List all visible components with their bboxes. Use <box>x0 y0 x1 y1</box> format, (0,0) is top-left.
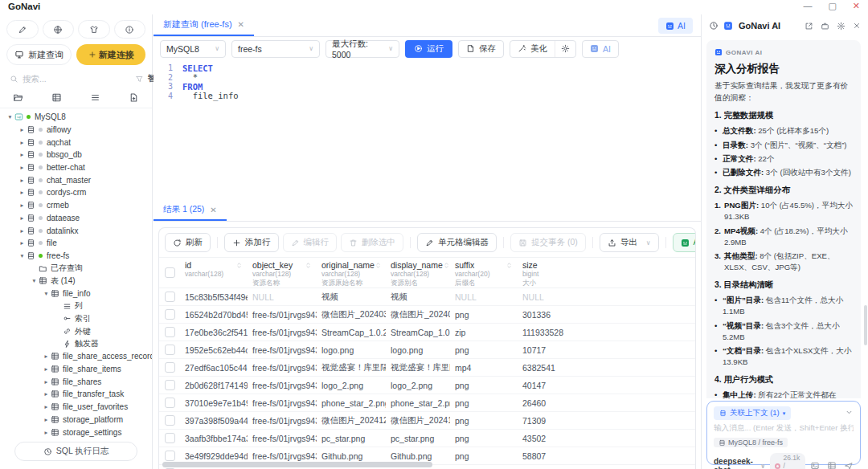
cell-original_name[interactable]: logo_2.png <box>317 381 386 390</box>
open-in-window-icon[interactable] <box>805 22 813 31</box>
row-checkbox[interactable] <box>165 398 175 408</box>
cell-size[interactable]: 6382541 <box>518 363 696 373</box>
expand-arrow-icon[interactable]: ▾ <box>6 113 14 120</box>
tree-item-file_shares[interactable]: ▸file_shares <box>0 375 152 388</box>
column-header-suffix[interactable]: suffixvarchar(20)后缀名 <box>450 258 518 288</box>
cell-original_name[interactable]: 视频 <box>317 292 386 303</box>
context-pill[interactable]: 关联上下文 (1) ▾ <box>714 406 791 420</box>
cell-display_name[interactable]: 视频 <box>386 292 450 303</box>
cell-id[interactable]: 15c83b5f534f49e4b... <box>180 292 248 302</box>
row-checkbox[interactable] <box>165 362 175 373</box>
column-header-original_name[interactable]: original_namevarchar(128)资源原始名称 <box>317 258 386 288</box>
row-checkbox[interactable] <box>165 309 175 320</box>
tree-item-aqchat[interactable]: ▸aqchat <box>0 136 152 149</box>
sort-icon[interactable] <box>375 262 382 269</box>
cell-suffix[interactable]: png <box>450 451 518 461</box>
tree-item-free-fs[interactable]: ▾free-fs <box>0 250 152 263</box>
database-select[interactable]: free-fs∨ <box>231 40 320 58</box>
toolbox-icon[interactable] <box>821 22 829 31</box>
column-header-id[interactable]: idvarchar(128) <box>180 258 248 288</box>
cell-original_name[interactable]: phone_star_2.png <box>317 398 386 408</box>
new-connection-button[interactable]: 新建连接 <box>76 44 145 65</box>
collapse-input-icon[interactable] <box>845 408 854 419</box>
cell-display_name[interactable]: 微信图片_20241217... <box>386 415 450 426</box>
expand-arrow-icon[interactable]: ▾ <box>18 252 27 259</box>
cell-suffix[interactable]: mp4 <box>450 363 518 373</box>
expand-arrow-icon[interactable]: ▸ <box>42 390 51 398</box>
row-checkbox[interactable] <box>165 451 175 461</box>
cell-object_key[interactable]: free-fs/01jrvgs943q... <box>248 363 317 373</box>
tree-item-外键[interactable]: 外键 <box>0 325 152 338</box>
cell-display_name[interactable]: 微信图片_20240326... <box>386 309 450 320</box>
table-row[interactable]: 17e0be36c2f541ce9...free-fs/01jrvgs943q.… <box>159 324 695 341</box>
model-select[interactable]: deepseek-chat ∨ <box>714 457 765 469</box>
cell-suffix[interactable]: png <box>450 434 518 443</box>
results-toolbar-button-单元格编辑器[interactable]: 单元格编辑器 <box>417 233 497 252</box>
cell-original_name[interactable]: 微信图片_20240326... <box>317 309 386 320</box>
cell-original_name[interactable]: pc_star.png <box>317 434 386 443</box>
horizontal-scrollbar[interactable] <box>162 462 432 467</box>
tab-close-icon[interactable]: ✕ <box>238 20 244 29</box>
cell-display_name[interactable]: logo.png <box>386 345 450 355</box>
save-button[interactable]: 保存 <box>458 40 504 58</box>
tree-item-file_user_favorites[interactable]: ▸file_user_favorites <box>0 401 152 414</box>
close-panel-icon[interactable] <box>853 22 861 30</box>
cell-display_name[interactable]: logo_2.png <box>386 381 450 390</box>
cell-size[interactable]: 301336 <box>518 310 696 320</box>
about-tool-button[interactable] <box>114 20 146 39</box>
table-view-tab[interactable] <box>51 92 62 103</box>
cell-id[interactable]: 1952e5c62eb44ce8... <box>180 345 248 355</box>
sort-icon[interactable] <box>305 262 312 269</box>
ai-assist-button[interactable]: AI <box>582 40 619 58</box>
row-checkbox[interactable] <box>165 380 175 390</box>
expand-arrow-icon[interactable]: ▸ <box>42 416 51 423</box>
tree-item-file_info[interactable]: ▾file_info <box>0 288 152 300</box>
column-header-object_key[interactable]: object_keyvarchar(128)资源名称 <box>248 258 317 288</box>
results-tab[interactable]: 结果 1 (25) ✕ <box>154 200 227 221</box>
cell-id[interactable]: 2b0d628f17414983... <box>180 381 248 390</box>
cell-id[interactable]: 3e49f929dde94d5d... <box>180 451 248 461</box>
edit-tool-button[interactable] <box>6 20 39 39</box>
cell-object_key[interactable]: NULL <box>248 292 317 302</box>
sort-icon[interactable] <box>235 262 243 269</box>
cell-object_key[interactable]: free-fs/01jrvgs943q... <box>248 345 317 355</box>
tree-item-file_transfer_task[interactable]: ▸file_transfer_task <box>0 388 152 401</box>
table-row[interactable]: 397a398f509a44aa9...free-fs/01jrvgs943q.… <box>159 412 695 430</box>
row-checkbox[interactable] <box>165 433 175 443</box>
expand-arrow-icon[interactable]: ▸ <box>18 189 27 196</box>
beautify-settings-button[interactable] <box>555 41 575 57</box>
tree-item-storage_settings[interactable]: ▸storage_settings <box>0 426 152 437</box>
cell-suffix[interactable]: png <box>450 416 518 426</box>
cell-display_name[interactable]: 视觉盛宴！库里隔... <box>386 362 450 373</box>
expand-arrow-icon[interactable]: ▸ <box>42 353 51 360</box>
theme-tool-button[interactable] <box>78 20 110 39</box>
tree-item-已存查询[interactable]: 已存查询 <box>0 262 152 275</box>
sql-log-button[interactable]: SQL 执行日志 <box>14 442 137 461</box>
cell-size[interactable]: 10717 <box>518 345 696 355</box>
expand-arrow-icon[interactable]: ▸ <box>18 202 27 209</box>
cell-suffix[interactable]: NULL <box>450 292 518 302</box>
expand-arrow-icon[interactable]: ▸ <box>18 139 27 146</box>
ai-toggle-button[interactable]: AI <box>658 18 693 34</box>
expand-arrow-icon[interactable]: ▸ <box>42 403 51 410</box>
results-toolbar-button-添加行[interactable]: 添加行 <box>224 233 279 252</box>
tree-item-MySQL8[interactable]: ▾sqlMySQL8 <box>0 111 152 124</box>
table-row[interactable]: 3aafb3fbbe174a34a...free-fs/01jrvgs943q.… <box>159 430 695 447</box>
send-icon[interactable] <box>844 461 854 469</box>
expand-arrow-icon[interactable]: ▾ <box>30 277 39 284</box>
settings-icon[interactable] <box>837 22 845 31</box>
column-header-display_name[interactable]: display_namevarchar(128)资源别名 <box>386 258 450 288</box>
table-row[interactable]: 16524b2d70bd4527...free-fs/01jrvgs943q..… <box>159 306 695 324</box>
cell-object_key[interactable]: free-fs/01jrvgs943q... <box>248 451 317 461</box>
table-row[interactable]: 2b0d628f17414983...free-fs/01jrvgs943q..… <box>159 377 695 394</box>
cell-id[interactable]: 37010e9e7e1b4954... <box>180 398 248 408</box>
cell-suffix[interactable]: png <box>450 310 518 320</box>
minimize-button[interactable]: — <box>803 1 812 11</box>
sort-icon[interactable] <box>694 262 696 269</box>
column-header-size[interactable]: sizebigint大小 <box>518 258 696 288</box>
expand-arrow-icon[interactable]: ▸ <box>18 164 27 171</box>
cell-original_name[interactable]: 视觉盛宴！库里隔... <box>317 362 386 373</box>
close-button[interactable]: ✕ <box>853 1 860 11</box>
folder-view-tab[interactable] <box>13 92 23 103</box>
tree-item-表 (14)[interactable]: ▾表 (14) <box>0 275 152 288</box>
